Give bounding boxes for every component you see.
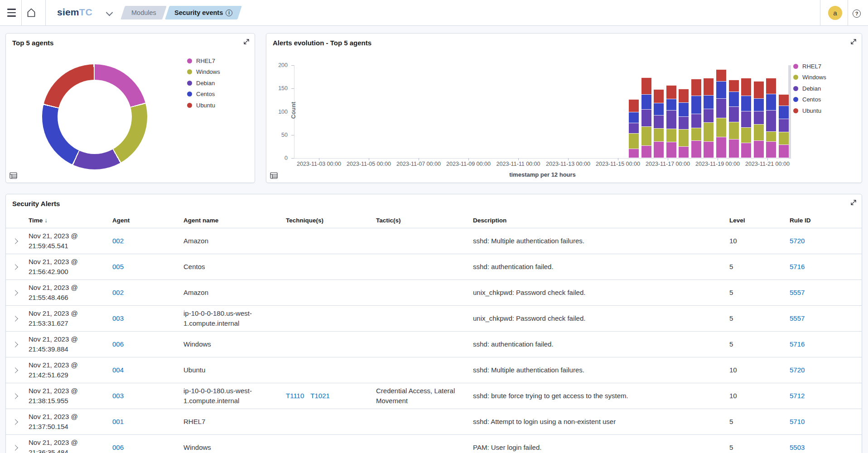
info-icon[interactable]: i — [226, 10, 232, 16]
stacked-bar[interactable] — [679, 89, 689, 158]
expand-row-chevron-icon[interactable] — [12, 342, 18, 347]
cell-time: Nov 21, 2023 @ 21:42:51.629 — [29, 357, 108, 383]
stacked-bar[interactable] — [666, 85, 676, 158]
bar-segment-centos — [629, 112, 639, 123]
stacked-bar[interactable] — [716, 69, 726, 158]
bar-segment-debian — [716, 98, 726, 118]
legend-item[interactable]: Windows — [793, 72, 826, 83]
stacked-bar[interactable] — [641, 77, 651, 158]
y-tick-label: 100 — [260, 109, 288, 115]
inspect-list-icon[interactable] — [269, 171, 279, 180]
expand-panel-icon[interactable] — [849, 37, 858, 46]
technique-link[interactable]: T1021 — [310, 391, 330, 401]
y-tick-label: 0 — [260, 155, 288, 161]
agent-id-link[interactable]: 005 — [112, 262, 124, 272]
expand-panel-icon[interactable] — [242, 37, 251, 46]
rule-id-link[interactable]: 5712 — [790, 391, 805, 401]
agent-id-link[interactable]: 002 — [112, 288, 124, 298]
stacked-bar[interactable] — [766, 78, 776, 158]
stacked-bar[interactable] — [741, 78, 751, 158]
column-header-level: Level — [729, 217, 784, 224]
bar-segment-windows — [691, 128, 701, 140]
agent-id-link[interactable]: 002 — [112, 236, 124, 246]
stacked-bar[interactable] — [704, 78, 714, 158]
rule-id-link[interactable]: 5716 — [790, 262, 805, 272]
bar-segment-rhel7 — [779, 145, 789, 158]
column-header-techniques: Technique(s) — [286, 217, 372, 224]
home-icon[interactable] — [24, 6, 39, 19]
rule-id-link[interactable]: 5557 — [790, 313, 805, 323]
expand-row-chevron-icon[interactable] — [12, 290, 18, 296]
legend-item[interactable]: RHEL7 — [793, 61, 826, 72]
user-avatar[interactable]: a — [828, 6, 842, 20]
stacked-bar[interactable] — [629, 99, 639, 158]
row-expand-cell — [13, 228, 25, 254]
legend-item[interactable]: Windows — [187, 67, 220, 78]
breadcrumb-tab-security-events[interactable]: Security events i — [165, 6, 242, 19]
row-expand-cell — [13, 357, 25, 383]
legend-item[interactable]: RHEL7 — [187, 55, 220, 67]
y-tick-mark — [291, 65, 294, 66]
divider — [45, 0, 46, 25]
legend-item[interactable]: Debian — [793, 83, 826, 94]
expand-row-chevron-icon[interactable] — [12, 264, 18, 270]
logo-text-primary: siem — [57, 7, 79, 17]
breadcrumb-tab-modules[interactable]: Modules — [121, 6, 167, 19]
help-icon[interactable]: ? — [852, 9, 862, 19]
rule-id-link[interactable]: 5720 — [790, 365, 805, 375]
bar-segment-debian — [754, 111, 764, 125]
legend-item[interactable]: Centos — [793, 94, 826, 106]
cell-level: 5 — [729, 254, 784, 280]
stacked-bar[interactable] — [729, 80, 739, 158]
chevron-down-icon[interactable] — [106, 10, 113, 17]
cell-time: Nov 21, 2023 @ 21:53:31.627 — [29, 306, 108, 331]
x-tick-mark — [369, 158, 369, 160]
divider — [848, 0, 848, 25]
bar-segment-debian — [741, 111, 751, 128]
rule-id-link[interactable]: 5710 — [790, 417, 805, 427]
stacked-bar[interactable] — [654, 89, 664, 158]
stacked-bar-chart[interactable]: Count timestamp per 12 hours 05010015020… — [294, 65, 791, 158]
legend-item[interactable]: Ubuntu — [187, 100, 220, 111]
column-header-rule_id: Rule ID — [790, 217, 853, 224]
expand-row-chevron-icon[interactable] — [12, 316, 18, 322]
agent-id-link[interactable]: 003 — [112, 391, 124, 401]
bar-segment-ubuntu — [691, 79, 701, 96]
agent-id-link[interactable]: 006 — [112, 443, 124, 453]
expand-row-chevron-icon[interactable] — [12, 367, 18, 373]
column-header-time[interactable]: Time↓ — [29, 217, 108, 224]
agent-id-link[interactable]: 003 — [112, 313, 124, 323]
row-expand-cell — [13, 280, 25, 305]
legend-item[interactable]: Centos — [187, 89, 220, 100]
stacked-bar[interactable] — [779, 94, 789, 158]
agent-id-link[interactable]: 006 — [112, 339, 124, 349]
cell-time: Nov 21, 2023 @ 21:45:39.884 — [29, 332, 108, 357]
rule-id-link[interactable]: 5503 — [790, 443, 805, 453]
legend-label: Debian — [802, 85, 821, 92]
legend-item[interactable]: Debian — [187, 77, 220, 89]
expand-row-chevron-icon[interactable] — [12, 445, 18, 451]
rule-id-link[interactable]: 5557 — [790, 288, 805, 298]
stacked-bar[interactable] — [691, 79, 701, 158]
agent-id-link[interactable]: 004 — [112, 365, 124, 375]
rule-id-link[interactable]: 5716 — [790, 339, 805, 349]
legend-item[interactable]: Ubuntu — [793, 105, 826, 116]
rule-id-link[interactable]: 5720 — [790, 236, 805, 246]
bar-segment-rhel7 — [679, 146, 689, 158]
row-expand-cell — [13, 435, 25, 453]
expand-row-chevron-icon[interactable] — [12, 238, 18, 244]
breadcrumb-security-events-label: Security events — [174, 9, 223, 16]
expand-row-chevron-icon[interactable] — [12, 393, 18, 399]
menu-hamburger-icon[interactable] — [5, 6, 18, 19]
technique-link[interactable]: T1110 — [286, 391, 304, 401]
cell-agent: 001 — [112, 409, 180, 434]
expand-row-chevron-icon[interactable] — [12, 419, 18, 425]
panel-title: Alerts evolution - Top 5 agents — [273, 39, 371, 47]
inspect-list-icon[interactable] — [8, 171, 18, 180]
stacked-bar[interactable] — [754, 81, 764, 158]
agent-id-link[interactable]: 001 — [112, 417, 124, 427]
x-tick-mark — [568, 158, 569, 160]
cell-description: sshd: brute force trying to get access t… — [473, 383, 722, 409]
expand-panel-icon[interactable] — [849, 198, 858, 207]
table-row: Nov 21, 2023 @ 21:36:35.484006WindowsPAM… — [6, 435, 862, 453]
